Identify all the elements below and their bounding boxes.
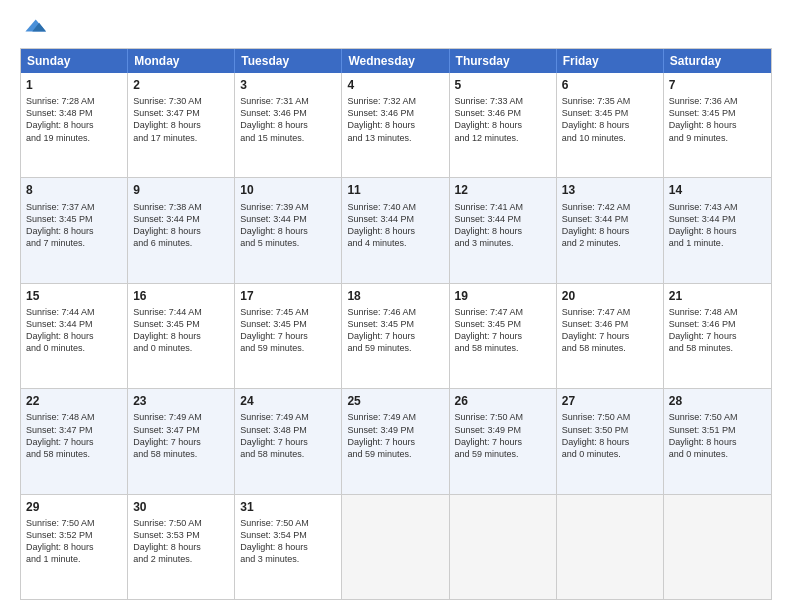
cell-line: Sunset: 3:45 PM bbox=[669, 107, 766, 119]
cell-line: Daylight: 8 hours bbox=[669, 225, 766, 237]
cell-line: Daylight: 8 hours bbox=[133, 225, 229, 237]
day-number: 28 bbox=[669, 393, 766, 409]
cell-line: Sunset: 3:46 PM bbox=[669, 318, 766, 330]
day-number: 13 bbox=[562, 182, 658, 198]
cell-line: Sunrise: 7:44 AM bbox=[26, 306, 122, 318]
day-number: 20 bbox=[562, 288, 658, 304]
day-cell-23: 23Sunrise: 7:49 AMSunset: 3:47 PMDayligh… bbox=[128, 389, 235, 493]
day-cell-22: 22Sunrise: 7:48 AMSunset: 3:47 PMDayligh… bbox=[21, 389, 128, 493]
logo-icon bbox=[20, 16, 48, 40]
logo bbox=[20, 16, 52, 40]
day-cell-29: 29Sunrise: 7:50 AMSunset: 3:52 PMDayligh… bbox=[21, 495, 128, 599]
day-cell-17: 17Sunrise: 7:45 AMSunset: 3:45 PMDayligh… bbox=[235, 284, 342, 388]
day-cell-27: 27Sunrise: 7:50 AMSunset: 3:50 PMDayligh… bbox=[557, 389, 664, 493]
cell-line: and 5 minutes. bbox=[240, 237, 336, 249]
cell-line: Sunset: 3:46 PM bbox=[240, 107, 336, 119]
cell-line: and 3 minutes. bbox=[455, 237, 551, 249]
cell-line: Sunset: 3:44 PM bbox=[347, 213, 443, 225]
day-cell-4: 4Sunrise: 7:32 AMSunset: 3:46 PMDaylight… bbox=[342, 73, 449, 177]
cell-line: Daylight: 8 hours bbox=[240, 119, 336, 131]
empty-cell bbox=[342, 495, 449, 599]
header bbox=[20, 16, 772, 40]
cell-line: Daylight: 7 hours bbox=[562, 330, 658, 342]
cell-line: Sunset: 3:50 PM bbox=[562, 424, 658, 436]
day-cell-14: 14Sunrise: 7:43 AMSunset: 3:44 PMDayligh… bbox=[664, 178, 771, 282]
cell-line: Sunrise: 7:40 AM bbox=[347, 201, 443, 213]
cell-line: Sunset: 3:47 PM bbox=[133, 424, 229, 436]
day-number: 15 bbox=[26, 288, 122, 304]
day-cell-5: 5Sunrise: 7:33 AMSunset: 3:46 PMDaylight… bbox=[450, 73, 557, 177]
day-cell-6: 6Sunrise: 7:35 AMSunset: 3:45 PMDaylight… bbox=[557, 73, 664, 177]
cell-line: Sunrise: 7:45 AM bbox=[240, 306, 336, 318]
cell-line: Daylight: 7 hours bbox=[455, 436, 551, 448]
day-number: 16 bbox=[133, 288, 229, 304]
day-number: 5 bbox=[455, 77, 551, 93]
cell-line: and 59 minutes. bbox=[347, 342, 443, 354]
cell-line: and 7 minutes. bbox=[26, 237, 122, 249]
cell-line: Sunset: 3:47 PM bbox=[26, 424, 122, 436]
cell-line: Daylight: 7 hours bbox=[347, 436, 443, 448]
cell-line: and 13 minutes. bbox=[347, 132, 443, 144]
cell-line: and 6 minutes. bbox=[133, 237, 229, 249]
cell-line: Sunrise: 7:42 AM bbox=[562, 201, 658, 213]
calendar-body: 1Sunrise: 7:28 AMSunset: 3:48 PMDaylight… bbox=[21, 73, 771, 599]
cell-line: Daylight: 7 hours bbox=[455, 330, 551, 342]
cell-line: and 1 minute. bbox=[669, 237, 766, 249]
cell-line: and 0 minutes. bbox=[562, 448, 658, 460]
day-cell-19: 19Sunrise: 7:47 AMSunset: 3:45 PMDayligh… bbox=[450, 284, 557, 388]
cell-line: and 4 minutes. bbox=[347, 237, 443, 249]
cell-line: Daylight: 7 hours bbox=[133, 436, 229, 448]
cell-line: Sunrise: 7:31 AM bbox=[240, 95, 336, 107]
day-cell-31: 31Sunrise: 7:50 AMSunset: 3:54 PMDayligh… bbox=[235, 495, 342, 599]
cell-line: Daylight: 8 hours bbox=[26, 225, 122, 237]
cell-line: Sunset: 3:46 PM bbox=[562, 318, 658, 330]
cell-line: Daylight: 8 hours bbox=[240, 541, 336, 553]
day-cell-30: 30Sunrise: 7:50 AMSunset: 3:53 PMDayligh… bbox=[128, 495, 235, 599]
cell-line: Sunset: 3:46 PM bbox=[347, 107, 443, 119]
cell-line: Daylight: 8 hours bbox=[26, 330, 122, 342]
day-number: 21 bbox=[669, 288, 766, 304]
cell-line: Sunset: 3:45 PM bbox=[562, 107, 658, 119]
cell-line: and 10 minutes. bbox=[562, 132, 658, 144]
cell-line: and 0 minutes. bbox=[669, 448, 766, 460]
day-number: 17 bbox=[240, 288, 336, 304]
calendar-row-4: 22Sunrise: 7:48 AMSunset: 3:47 PMDayligh… bbox=[21, 389, 771, 494]
cell-line: and 58 minutes. bbox=[455, 342, 551, 354]
cell-line: Sunset: 3:45 PM bbox=[133, 318, 229, 330]
day-number: 7 bbox=[669, 77, 766, 93]
cell-line: Daylight: 8 hours bbox=[562, 119, 658, 131]
cell-line: Sunrise: 7:50 AM bbox=[455, 411, 551, 423]
cell-line: and 0 minutes. bbox=[26, 342, 122, 354]
day-number: 8 bbox=[26, 182, 122, 198]
cell-line: Daylight: 7 hours bbox=[240, 436, 336, 448]
day-cell-24: 24Sunrise: 7:49 AMSunset: 3:48 PMDayligh… bbox=[235, 389, 342, 493]
day-cell-3: 3Sunrise: 7:31 AMSunset: 3:46 PMDaylight… bbox=[235, 73, 342, 177]
cell-line: Sunset: 3:44 PM bbox=[562, 213, 658, 225]
cell-line: Daylight: 8 hours bbox=[133, 119, 229, 131]
cell-line: Daylight: 8 hours bbox=[562, 436, 658, 448]
day-cell-9: 9Sunrise: 7:38 AMSunset: 3:44 PMDaylight… bbox=[128, 178, 235, 282]
header-day-wednesday: Wednesday bbox=[342, 49, 449, 73]
cell-line: Sunrise: 7:50 AM bbox=[26, 517, 122, 529]
cell-line: Daylight: 8 hours bbox=[26, 119, 122, 131]
cell-line: Sunrise: 7:33 AM bbox=[455, 95, 551, 107]
cell-line: Sunset: 3:45 PM bbox=[455, 318, 551, 330]
cell-line: Sunrise: 7:50 AM bbox=[133, 517, 229, 529]
cell-line: Daylight: 8 hours bbox=[133, 330, 229, 342]
day-number: 9 bbox=[133, 182, 229, 198]
cell-line: Sunset: 3:44 PM bbox=[26, 318, 122, 330]
empty-cell bbox=[450, 495, 557, 599]
cell-line: Sunrise: 7:48 AM bbox=[669, 306, 766, 318]
day-number: 18 bbox=[347, 288, 443, 304]
cell-line: Sunset: 3:51 PM bbox=[669, 424, 766, 436]
cell-line: Sunrise: 7:44 AM bbox=[133, 306, 229, 318]
cell-line: and 17 minutes. bbox=[133, 132, 229, 144]
cell-line: and 9 minutes. bbox=[669, 132, 766, 144]
cell-line: Sunrise: 7:43 AM bbox=[669, 201, 766, 213]
empty-cell bbox=[557, 495, 664, 599]
day-cell-1: 1Sunrise: 7:28 AMSunset: 3:48 PMDaylight… bbox=[21, 73, 128, 177]
cell-line: Sunset: 3:48 PM bbox=[26, 107, 122, 119]
cell-line: Sunrise: 7:30 AM bbox=[133, 95, 229, 107]
cell-line: Sunrise: 7:49 AM bbox=[240, 411, 336, 423]
cell-line: and 2 minutes. bbox=[562, 237, 658, 249]
